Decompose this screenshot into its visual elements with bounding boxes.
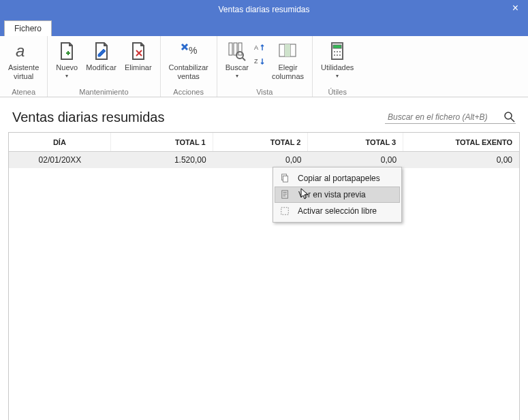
svg-point-14 xyxy=(337,51,338,52)
svg-rect-2 xyxy=(229,43,232,55)
svg-point-15 xyxy=(339,51,341,52)
col-header-total-exento[interactable]: TOTAL EXENTO xyxy=(403,133,519,151)
context-menu: Copiar al portapapeles Ver en vista prev… xyxy=(273,167,402,223)
copy-icon xyxy=(279,172,291,184)
context-seleccion-libre[interactable]: Activar selección libre xyxy=(275,203,400,219)
col-header-dia[interactable]: DÍA xyxy=(9,133,111,151)
data-grid: DÍA TOTAL 1 TOTAL 2 TOTAL 3 TOTAL EXENTO… xyxy=(8,132,520,420)
selection-icon xyxy=(279,205,291,217)
delete-document-icon xyxy=(127,40,149,62)
ribbon: a Asistente virtual Atenea Nuevo ▾ Modif… xyxy=(0,36,528,97)
cell-total1: 1.520,00 xyxy=(111,155,213,165)
tab-fichero[interactable]: Fichero xyxy=(4,20,52,36)
svg-point-13 xyxy=(334,51,335,52)
preview-icon xyxy=(279,189,292,201)
group-label-utiles: Útiles xyxy=(328,88,347,97)
svg-rect-4 xyxy=(238,43,242,55)
asistente-label: Asistente virtual xyxy=(8,63,39,80)
nuevo-button[interactable]: Nuevo ▾ xyxy=(52,39,82,88)
grid-body: 02/01/20XX 1.520,00 0,00 0,00 0,00 xyxy=(9,152,519,168)
calculator-icon xyxy=(326,40,348,62)
content-header: Ventas diarias resumidas xyxy=(0,97,528,132)
cell-total3: 0,00 xyxy=(308,155,403,165)
contabilizar-label: Contabilizar ventas xyxy=(169,63,208,80)
col-header-total1[interactable]: TOTAL 1 xyxy=(111,133,213,151)
ribbon-group-mantenimiento: Nuevo ▾ Modificar Eliminar Mantenimiento xyxy=(48,36,160,97)
svg-text:A: A xyxy=(254,44,258,51)
window-title: Ventas diarias resumidas xyxy=(218,5,309,14)
buscar-button[interactable]: Buscar ▾ xyxy=(221,39,253,88)
context-copiar-label: Copiar al portapapeles xyxy=(298,174,380,183)
eliminar-button[interactable]: Eliminar xyxy=(121,39,156,88)
svg-text:a: a xyxy=(16,42,25,60)
table-row[interactable]: 02/01/20XX 1.520,00 0,00 0,00 0,00 xyxy=(9,152,519,168)
utilidades-label: Utilidades xyxy=(321,63,354,72)
elegir-label: Elegir columnas xyxy=(272,63,304,80)
modificar-label: Modificar xyxy=(86,63,117,72)
dropdown-arrow-icon: ▾ xyxy=(236,73,238,79)
asistente-virtual-button[interactable]: a Asistente virtual xyxy=(4,39,43,88)
svg-point-16 xyxy=(334,54,335,56)
svg-point-18 xyxy=(339,54,341,56)
col-header-total2[interactable]: TOTAL 2 xyxy=(213,133,309,151)
svg-point-17 xyxy=(337,54,338,56)
dropdown-arrow-icon: ▾ xyxy=(336,73,339,79)
search-box[interactable] xyxy=(385,111,516,124)
new-document-icon xyxy=(56,40,78,62)
svg-rect-23 xyxy=(281,208,289,215)
grid-header: DÍA TOTAL 1 TOTAL 2 TOTAL 3 TOTAL EXENTO xyxy=(9,133,519,152)
search-columns-icon xyxy=(226,40,248,62)
context-seleccion-libre-label: Activar selección libre xyxy=(298,206,377,216)
cell-total-exento: 0,00 xyxy=(403,155,519,165)
svg-rect-21 xyxy=(283,176,288,182)
edit-document-icon xyxy=(91,40,112,62)
context-vista-previa[interactable]: Ver en vista previa xyxy=(275,187,400,203)
ribbon-tabs: Fichero xyxy=(0,19,528,36)
ribbon-group-acciones: % Contabilizar ventas Acciones xyxy=(161,36,217,97)
sort-buttons: AZ Z xyxy=(253,39,268,70)
buscar-label: Buscar xyxy=(226,63,249,72)
group-label-vista: Vista xyxy=(256,88,273,97)
atenea-icon: a xyxy=(13,40,35,62)
group-label-mantenimiento: Mantenimiento xyxy=(79,88,128,97)
svg-point-19 xyxy=(505,112,512,119)
utilidades-button[interactable]: Utilidades ▾ xyxy=(317,39,358,88)
search-input[interactable] xyxy=(385,111,501,123)
svg-rect-10 xyxy=(285,44,290,56)
sort-asc-button[interactable]: AZ xyxy=(254,43,266,55)
search-icon[interactable] xyxy=(503,111,516,123)
group-label-acciones: Acciones xyxy=(173,88,204,97)
svg-rect-12 xyxy=(333,45,341,48)
ribbon-group-utiles: Utilidades ▾ Útiles xyxy=(313,36,362,97)
columns-icon xyxy=(277,40,298,62)
sort-desc-button[interactable]: Z xyxy=(254,56,266,69)
contabilizar-icon: % xyxy=(178,40,200,62)
page-title: Ventas diarias resumidas xyxy=(12,110,164,125)
title-bar: Ventas diarias resumidas × xyxy=(0,0,528,19)
elegir-columnas-button[interactable]: Elegir columnas xyxy=(268,39,308,88)
cell-dia: 02/01/20XX xyxy=(9,155,111,165)
col-header-total3[interactable]: TOTAL 3 xyxy=(308,133,403,151)
ribbon-group-atenea: a Asistente virtual Atenea xyxy=(0,36,48,97)
contabilizar-button[interactable]: % Contabilizar ventas xyxy=(165,39,213,88)
nuevo-label: Nuevo xyxy=(56,63,78,72)
group-label-atenea: Atenea xyxy=(12,88,35,97)
cell-total2: 0,00 xyxy=(213,155,309,165)
svg-text:%: % xyxy=(189,45,197,56)
close-icon[interactable]: × xyxy=(508,2,523,14)
cursor-icon xyxy=(300,188,310,200)
dropdown-arrow-icon: ▾ xyxy=(65,73,68,79)
modificar-button[interactable]: Modificar xyxy=(82,39,121,88)
ribbon-group-vista: Buscar ▾ AZ Z Elegir columnas xyxy=(217,36,313,97)
svg-text:Z: Z xyxy=(254,58,258,65)
context-copiar[interactable]: Copiar al portapapeles xyxy=(275,170,400,187)
eliminar-label: Eliminar xyxy=(125,63,152,72)
